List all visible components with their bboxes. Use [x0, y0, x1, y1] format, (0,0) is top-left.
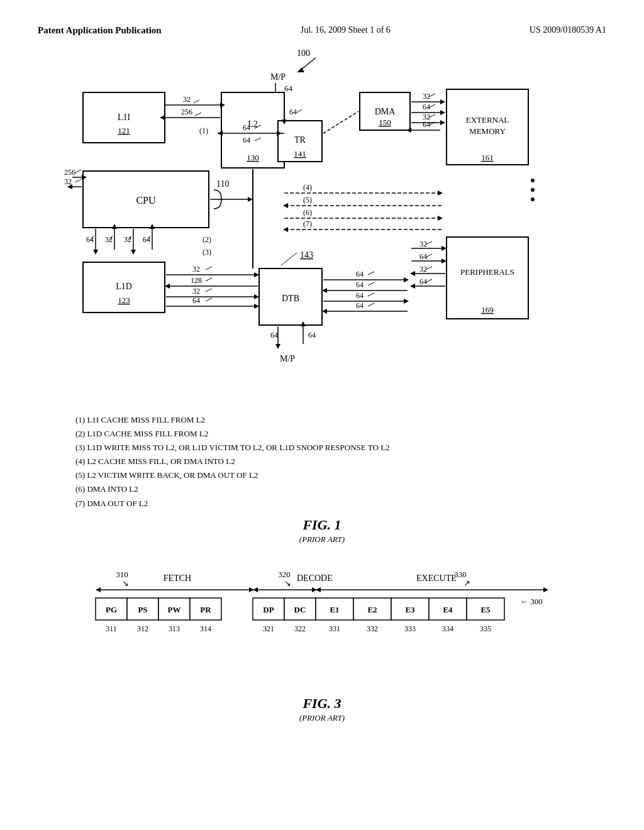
svg-marker-147 — [404, 277, 409, 282]
svg-marker-110 — [441, 246, 447, 251]
svg-text:110: 110 — [216, 179, 229, 189]
svg-text:64: 64 — [86, 235, 94, 244]
svg-line-124 — [281, 253, 297, 265]
svg-text:(4): (4) — [303, 183, 312, 192]
svg-marker-189 — [543, 587, 548, 592]
svg-text:32: 32 — [192, 265, 200, 274]
svg-text:PG: PG — [106, 605, 117, 614]
note-1: (1) L1I CACHE MISS FILL FROM L2 — [75, 413, 569, 427]
svg-text:E1: E1 — [330, 605, 339, 614]
svg-text:256: 256 — [181, 108, 192, 116]
svg-marker-118 — [410, 271, 415, 276]
svg-point-62 — [531, 197, 535, 201]
svg-text:333: 333 — [404, 624, 416, 633]
svg-text:↘: ↘ — [284, 578, 291, 588]
svg-text:(1): (1) — [199, 126, 208, 135]
svg-text:← 300: ← 300 — [520, 597, 543, 606]
svg-text:↘: ↘ — [122, 578, 129, 588]
svg-text:TR: TR — [294, 135, 306, 145]
svg-marker-163 — [275, 344, 280, 349]
svg-text:E2: E2 — [367, 605, 377, 614]
svg-text:64: 64 — [356, 291, 364, 300]
svg-text:(6): (6) — [303, 208, 312, 217]
svg-text:CPU: CPU — [136, 195, 156, 206]
svg-marker-122 — [410, 284, 415, 289]
page: Patent Application Publication Jul. 16, … — [0, 0, 644, 830]
svg-marker-53 — [440, 120, 445, 125]
fig1-number: FIG. 1 — [38, 517, 606, 533]
svg-text:169: 169 — [481, 305, 494, 314]
svg-text:130: 130 — [247, 153, 259, 162]
svg-marker-139 — [254, 294, 259, 299]
svg-text:(3): (3) — [203, 248, 211, 257]
svg-text:(2): (2) — [203, 235, 211, 244]
svg-marker-159 — [322, 309, 327, 314]
svg-text:331: 331 — [329, 624, 340, 633]
svg-text:128: 128 — [191, 276, 202, 285]
svg-text:64: 64 — [270, 331, 278, 340]
svg-text:320: 320 — [278, 570, 291, 579]
svg-text:32: 32 — [419, 240, 427, 248]
svg-marker-131 — [254, 272, 259, 277]
svg-text:161: 161 — [481, 153, 494, 162]
svg-marker-114 — [441, 258, 447, 263]
note-5: (5) L2 VICTIM WRITE BACK, OR DMA OUT OF … — [75, 468, 569, 482]
svg-text:64: 64 — [284, 84, 293, 93]
svg-text:E3: E3 — [405, 605, 415, 614]
svg-line-137 — [206, 278, 212, 281]
fig1-svg: M/P 64 L1I 121 L2 130 32 256 (1) — [52, 55, 592, 407]
svg-text:64: 64 — [143, 235, 150, 244]
svg-text:335: 335 — [480, 624, 491, 633]
svg-text:EXTERNAL: EXTERNAL — [466, 115, 509, 124]
svg-text:312: 312 — [137, 624, 148, 633]
svg-text:64: 64 — [192, 296, 200, 305]
svg-marker-41 — [440, 99, 445, 104]
header-center: Jul. 16, 2009 Sheet 1 of 6 — [301, 25, 391, 35]
svg-marker-99 — [438, 216, 443, 221]
note-3: (3) L1D WRITE MISS TO L2, OR L1D VICTIM … — [75, 441, 569, 455]
svg-text:64: 64 — [423, 120, 430, 129]
svg-text:64: 64 — [356, 270, 364, 279]
svg-text:64: 64 — [419, 277, 427, 286]
svg-text:64: 64 — [243, 136, 250, 145]
fig3-subtitle: (PRIOR ART) — [299, 713, 345, 722]
svg-point-61 — [531, 188, 535, 192]
svg-marker-93 — [438, 191, 443, 196]
svg-line-157 — [368, 293, 374, 296]
svg-marker-151 — [322, 288, 327, 293]
svg-text:(7): (7) — [303, 219, 312, 228]
svg-point-60 — [531, 179, 535, 182]
svg-text:M/P: M/P — [280, 354, 295, 363]
svg-text:322: 322 — [294, 624, 306, 633]
svg-text:32: 32 — [423, 92, 430, 101]
svg-line-39 — [323, 111, 358, 133]
svg-text:311: 311 — [106, 624, 117, 633]
svg-text:32: 32 — [419, 265, 427, 274]
fig1-ref100: 100 — [297, 48, 310, 58]
header-left: Patent Application Publication — [38, 25, 162, 36]
svg-text:321: 321 — [263, 624, 274, 633]
svg-text:32: 32 — [64, 177, 72, 186]
svg-text:M/P: M/P — [270, 72, 286, 82]
fig3-number: FIG. 3 — [38, 695, 606, 712]
fig1-notes: (1) L1I CACHE MISS FILL FROM L2 (2) L1D … — [75, 413, 569, 511]
svg-marker-143 — [254, 304, 259, 309]
patent-header: Patent Application Publication Jul. 16, … — [38, 25, 606, 36]
svg-text:334: 334 — [442, 624, 453, 633]
svg-text:E5: E5 — [480, 605, 491, 614]
svg-text:121: 121 — [118, 126, 130, 135]
svg-marker-171 — [248, 197, 253, 202]
note-2: (2) L1D CACHE MISS FILL FROM L2 — [75, 427, 569, 441]
svg-marker-96 — [283, 203, 288, 208]
svg-text:MEMORY: MEMORY — [469, 126, 506, 136]
svg-text:(5): (5) — [303, 196, 312, 204]
svg-marker-185 — [253, 587, 258, 592]
header-right: US 2009/0180539 A1 — [530, 25, 606, 35]
svg-marker-155 — [404, 299, 409, 304]
svg-text:E4: E4 — [443, 605, 453, 614]
svg-text:DECODE: DECODE — [297, 573, 333, 583]
note-7: (7) DMA OUT OF L2 — [75, 497, 569, 511]
fig3-diagram: 310 ↘ FETCH 320 ↘ DECODE 330 ↗ EXECUTE — [83, 563, 561, 689]
svg-marker-102 — [283, 227, 288, 232]
svg-text:FETCH: FETCH — [164, 573, 191, 583]
